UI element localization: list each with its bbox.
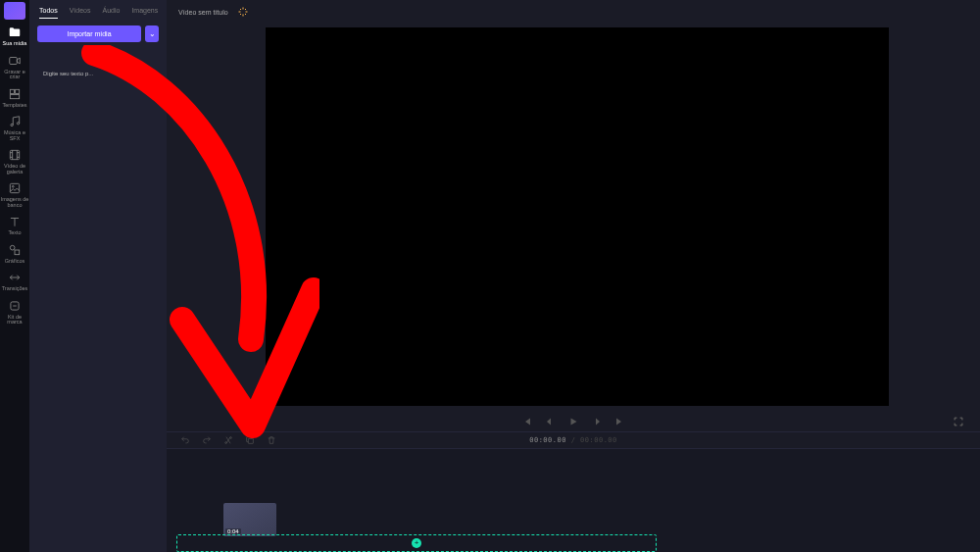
shapes-icon — [8, 243, 22, 257]
transitions-icon — [8, 271, 22, 284]
svg-rect-6 — [10, 150, 19, 159]
rail-label: Transições — [2, 286, 28, 292]
tab-audio[interactable]: Áudio — [102, 7, 120, 19]
svg-point-4 — [11, 124, 13, 125]
rail-label: Gravar e criar — [0, 70, 29, 80]
step-forward-button[interactable] — [591, 416, 603, 427]
chevron-down-icon: ⌄ — [149, 29, 156, 38]
topbar: Vídeo sem título — [167, 0, 980, 24]
split-button[interactable] — [223, 435, 233, 445]
redo-button[interactable] — [202, 435, 212, 445]
film-icon — [8, 148, 22, 162]
app-logo[interactable] — [4, 2, 25, 20]
rail-label: Vídeo de galeria — [0, 164, 29, 175]
brand-icon — [8, 299, 22, 313]
rail-label: Sua mídia — [3, 41, 27, 47]
dragging-clip[interactable]: 0:04 — [223, 503, 276, 536]
rail-graphics[interactable]: Gráficos — [5, 243, 24, 265]
rail-templates[interactable]: Templates — [2, 87, 26, 109]
time-separator: / — [566, 436, 580, 444]
tab-images[interactable]: Imagens — [131, 7, 158, 19]
current-time: 00:00.00 — [529, 436, 566, 444]
skip-back-button[interactable] — [520, 416, 532, 427]
rail-label: Texto — [8, 230, 21, 236]
rail-label: Imagens de banco — [0, 197, 29, 208]
video-preview[interactable] — [266, 27, 889, 406]
templates-icon — [8, 87, 22, 101]
import-row: Importar mídia ⌄ — [29, 19, 167, 49]
timeline[interactable]: 0:04 + — [167, 449, 980, 552]
camera-icon — [8, 54, 22, 68]
image-icon — [8, 181, 22, 195]
rail-label: Música e SFX — [0, 130, 29, 141]
media-body: Digite seu texto p... — [29, 49, 167, 102]
sparkle-icon[interactable] — [236, 5, 250, 19]
svg-point-9 — [10, 245, 15, 250]
timeline-drop-zone[interactable]: + — [176, 534, 657, 552]
rail-music[interactable]: Música e SFX — [0, 115, 29, 141]
left-rail: Sua mídia Gravar e criar Templates Músic… — [0, 0, 29, 552]
media-panel: Todos Vídeos Áudio Imagens Importar mídi… — [29, 0, 167, 552]
svg-rect-2 — [16, 89, 20, 93]
svg-rect-3 — [10, 94, 19, 98]
svg-rect-10 — [15, 250, 20, 255]
timeline-toolbar: 00:00.00 / 00:00.00 — [167, 431, 980, 449]
rail-record[interactable]: Gravar e criar — [0, 54, 29, 80]
text-icon — [8, 215, 22, 228]
folder-icon — [8, 25, 22, 39]
tab-all[interactable]: Todos — [39, 7, 58, 19]
playback-controls — [167, 412, 980, 431]
rail-your-media[interactable]: Sua mídia — [3, 25, 27, 47]
rail-stock-images[interactable]: Imagens de banco — [0, 181, 29, 208]
rail-transitions[interactable]: Transições — [2, 271, 28, 292]
rail-text[interactable]: Texto — [8, 215, 22, 236]
skip-forward-button[interactable] — [614, 416, 626, 427]
timecode: 00:00.00 / 00:00.00 — [529, 436, 617, 444]
svg-rect-7 — [10, 183, 19, 192]
total-time: 00:00.00 — [580, 436, 617, 444]
add-icon: + — [412, 538, 421, 548]
svg-rect-1 — [10, 89, 14, 93]
preview-zone — [167, 24, 980, 412]
undo-button[interactable] — [180, 435, 190, 445]
rail-label: Templates — [2, 103, 26, 109]
delete-button[interactable] — [267, 435, 276, 445]
tab-videos[interactable]: Vídeos — [70, 7, 91, 19]
main-area: Vídeo sem título 00:00.00 / 00:00.00 0:0… — [167, 0, 980, 552]
svg-point-8 — [12, 185, 14, 187]
step-back-button[interactable] — [544, 416, 556, 427]
rail-brand-kit[interactable]: Kit de marca — [0, 299, 29, 326]
svg-point-5 — [17, 123, 19, 125]
media-item-text[interactable]: Digite seu texto p... — [39, 59, 94, 92]
play-button[interactable] — [567, 416, 579, 427]
fullscreen-button[interactable] — [953, 416, 964, 427]
import-media-button[interactable]: Importar mídia — [37, 25, 141, 42]
copy-button[interactable] — [245, 435, 255, 445]
import-dropdown-button[interactable]: ⌄ — [145, 25, 159, 42]
rail-stock-video[interactable]: Vídeo de galeria — [0, 148, 29, 175]
svg-rect-0 — [10, 57, 18, 64]
media-tabs: Todos Vídeos Áudio Imagens — [29, 0, 167, 19]
project-title[interactable]: Vídeo sem título — [178, 9, 228, 16]
media-item-caption: Digite seu texto p... — [39, 59, 94, 76]
rail-label: Kit de marca — [0, 315, 29, 326]
music-icon — [8, 115, 22, 128]
rail-label: Gráficos — [5, 259, 24, 265]
svg-rect-12 — [248, 438, 253, 443]
